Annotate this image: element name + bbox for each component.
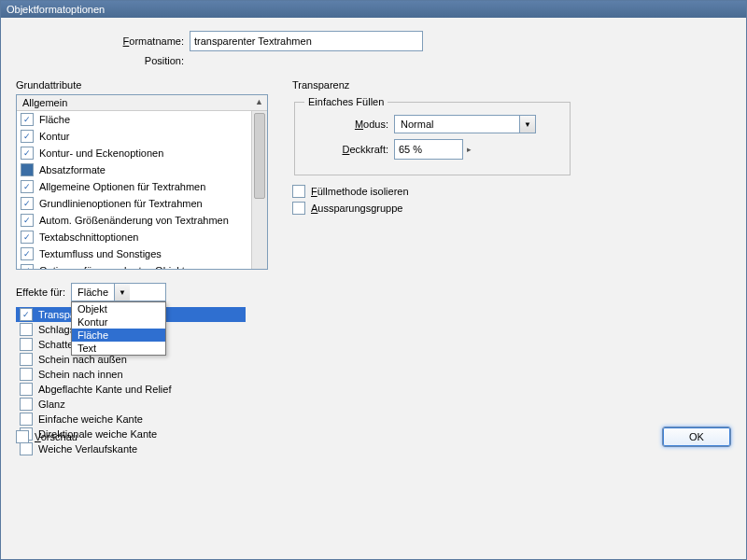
list-item[interactable]: Absatzformate: [17, 161, 267, 178]
checkbox[interactable]: [21, 264, 34, 269]
checkbox[interactable]: [21, 147, 34, 160]
checkbox[interactable]: [21, 180, 34, 193]
list-item[interactable]: Textumfluss und Sonstiges: [17, 245, 267, 262]
list-item[interactable]: Allgemeine Optionen für Textrahmen: [17, 178, 267, 195]
list-item[interactable]: Optionen für verankertes Objekt: [17, 262, 267, 269]
scrollbar-thumb[interactable]: [254, 113, 265, 199]
basic-fill-legend: Einfaches Füllen: [304, 96, 388, 107]
titlebar: Objektformatoptionen: [1, 1, 746, 18]
list-item[interactable]: Kontur: [17, 128, 267, 145]
attribute-list-header[interactable]: Allgemein▲: [17, 95, 267, 111]
preview-checkbox[interactable]: [16, 430, 29, 443]
effects-for-combo[interactable]: Fläche ▼ ObjektKonturFlächeText: [71, 283, 166, 301]
dialog-footer: Vorschau OK: [16, 427, 731, 447]
opacity-slider-icon[interactable]: ▸: [467, 145, 472, 154]
checkbox[interactable]: [21, 214, 34, 227]
list-item[interactable]: Fläche: [17, 111, 267, 128]
knockout-group-label: Aussparungsgruppe: [311, 203, 402, 214]
checkbox[interactable]: [20, 338, 33, 351]
checkbox[interactable]: [20, 353, 33, 366]
list-item-label: Kontur: [39, 131, 69, 142]
checkbox[interactable]: [20, 368, 33, 381]
formatname-input[interactable]: [190, 31, 423, 51]
checkbox[interactable]: [20, 413, 33, 426]
effect-label: Glanz: [38, 399, 65, 410]
list-item[interactable]: Autom. Größenänderung von Textrahmen: [17, 212, 267, 229]
effect-label: Einfache weiche Kante: [38, 413, 143, 425]
list-item[interactable]: Textabschnittoptionen: [17, 229, 267, 245]
chevron-down-icon[interactable]: ▼: [114, 284, 130, 301]
scrollbar[interactable]: [251, 111, 267, 269]
isolate-blending-checkbox[interactable]: [292, 185, 305, 198]
transparency-panel: Transparenz Einfaches Füllen Modus: Norm…: [292, 70, 572, 218]
dropdown-item[interactable]: Kontur: [72, 315, 165, 329]
grundattribute-panel: Grundattribute Allgemein▲ FlächeKonturKo…: [16, 70, 268, 456]
effects-dropdown[interactable]: ObjektKonturFlächeText: [71, 301, 166, 356]
attribute-list[interactable]: Allgemein▲ FlächeKonturKontur- und Ecken…: [16, 94, 268, 270]
checkbox[interactable]: [20, 383, 33, 396]
dropdown-item[interactable]: Fläche: [72, 329, 165, 342]
checkbox[interactable]: [21, 197, 34, 210]
checkbox[interactable]: [21, 130, 34, 143]
list-item-label: Textabschnittoptionen: [39, 231, 138, 243]
list-item-label: Textumfluss und Sonstiges: [39, 248, 162, 259]
window-title: Objektformatoptionen: [7, 4, 105, 15]
preview-label: Vorschau: [35, 431, 78, 442]
mode-label: Modus:: [304, 119, 388, 130]
position-label: Position:: [100, 55, 184, 66]
effect-label: Abgeflachte Kante und Relief: [38, 384, 172, 395]
chevron-up-icon: ▲: [255, 97, 263, 106]
grundattribute-title: Grundattribute: [16, 79, 268, 91]
effect-label: Schein nach innen: [38, 369, 123, 380]
ok-button[interactable]: OK: [662, 427, 731, 447]
content: Formatname: Position: Grundattribute All…: [1, 18, 746, 456]
checkbox[interactable]: [21, 163, 34, 176]
checkbox[interactable]: [20, 398, 33, 411]
dropdown-item[interactable]: Objekt: [72, 302, 165, 315]
checkbox[interactable]: [21, 113, 34, 126]
opacity-label: Deckkraft:: [304, 144, 388, 155]
formatname-label: Formatname:: [100, 35, 184, 47]
list-item-label: Kontur- und Eckenoptionen: [39, 147, 163, 159]
effect-item[interactable]: Abgeflachte Kante und Relief: [16, 382, 246, 397]
checkbox[interactable]: [20, 323, 33, 336]
list-item[interactable]: Kontur- und Eckenoptionen: [17, 145, 267, 161]
list-item-label: Autom. Größenänderung von Textrahmen: [39, 215, 229, 226]
opacity-input[interactable]: [394, 139, 463, 160]
checkbox[interactable]: [21, 247, 34, 260]
effect-item[interactable]: Schein nach innen: [16, 367, 246, 382]
list-item-label: Absatzformate: [39, 164, 106, 175]
checkbox[interactable]: [21, 231, 34, 244]
effects-for-label: Effekte für:: [16, 287, 65, 298]
list-item-label: Fläche: [39, 114, 70, 125]
effect-item[interactable]: Einfache weiche Kante: [16, 412, 246, 427]
basic-fill-fieldset: Einfaches Füllen Modus: Normal ▼ Deckkra…: [294, 96, 571, 175]
dialog-window: Objektformatoptionen Formatname: Positio…: [0, 0, 747, 560]
list-item-label: Allgemeine Optionen für Textrahmen: [39, 181, 205, 192]
dropdown-item[interactable]: Text: [72, 342, 165, 355]
knockout-group-checkbox[interactable]: [292, 202, 305, 215]
effect-item[interactable]: Glanz: [16, 397, 246, 412]
mode-select[interactable]: Normal ▼: [394, 115, 536, 133]
chevron-down-icon[interactable]: ▼: [519, 116, 535, 133]
isolate-blending-label: Füllmethode isolieren: [311, 186, 409, 197]
list-item[interactable]: Grundlinienoptionen für Textrahmen: [17, 195, 267, 212]
list-item-label: Optionen für verankertes Objekt: [39, 265, 185, 269]
transparency-title: Transparenz: [292, 79, 572, 91]
list-item-label: Grundlinienoptionen für Textrahmen: [39, 198, 203, 209]
checkbox[interactable]: [20, 308, 33, 321]
